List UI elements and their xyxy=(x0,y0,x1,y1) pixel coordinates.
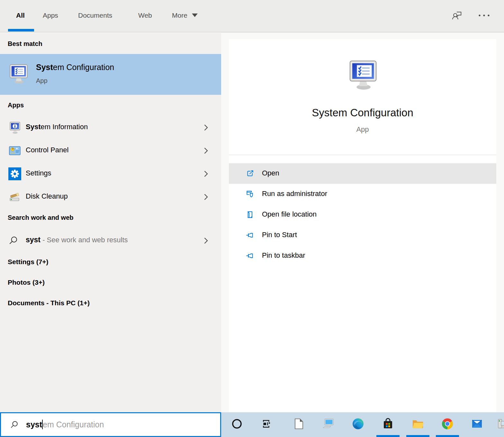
divider xyxy=(229,155,496,155)
result-label: Disk Cleanup xyxy=(26,192,68,201)
preview-panel: System Configuration App Open Run as adm… xyxy=(229,39,496,412)
result-label: syst - See work and web results xyxy=(26,236,128,244)
task-view-icon[interactable] xyxy=(260,417,273,430)
tab-more-label: More xyxy=(172,12,187,19)
active-tab-indicator xyxy=(8,29,34,31)
ellipsis-icon xyxy=(478,13,491,17)
taskbar xyxy=(221,412,504,437)
system-configuration-icon xyxy=(8,63,29,84)
tab-documents[interactable]: Documents xyxy=(78,12,112,19)
libreoffice-icon[interactable] xyxy=(292,417,305,430)
best-match-title: System Configuration xyxy=(36,63,114,72)
disk-cleanup-icon xyxy=(8,191,21,203)
search-results-panel: Best match System Configuration App Apps… xyxy=(0,33,221,412)
action-label: Open file location xyxy=(262,210,317,219)
chevron-right-icon[interactable] xyxy=(204,147,208,154)
result-disk-cleanup[interactable]: Disk Cleanup xyxy=(0,185,221,209)
tab-apps[interactable]: Apps xyxy=(43,12,58,19)
action-open-file-location[interactable]: Open file location xyxy=(229,204,496,225)
mail-icon[interactable] xyxy=(471,417,483,430)
search-work-web-header: Search work and web xyxy=(8,214,74,221)
file-explorer-icon[interactable] xyxy=(411,417,424,430)
tab-all[interactable]: All xyxy=(16,12,25,19)
best-match-result[interactable]: System Configuration App xyxy=(0,54,221,95)
feedback-icon xyxy=(451,9,463,22)
preview-type: App xyxy=(229,125,496,134)
action-label: Open xyxy=(262,169,279,177)
best-match-type: App xyxy=(36,77,48,85)
chevron-right-icon[interactable] xyxy=(204,170,208,177)
result-web-search[interactable]: syst - See work and web results xyxy=(0,229,221,252)
action-label: Pin to Start xyxy=(262,231,297,239)
chevron-right-icon[interactable] xyxy=(204,124,208,131)
options-button[interactable] xyxy=(477,8,491,22)
result-settings[interactable]: Settings xyxy=(0,162,221,185)
preview-title: System Configuration xyxy=(229,107,496,119)
search-input[interactable]: system Configuration xyxy=(0,412,221,437)
cortana-icon[interactable] xyxy=(230,417,243,430)
start-search-flyout: All Apps Documents Web More Best match S… xyxy=(0,0,504,437)
result-label: Settings xyxy=(26,169,51,177)
category-documents[interactable]: Documents - This PC (1+) xyxy=(8,299,90,307)
result-label: System Information xyxy=(26,123,88,131)
computer-icon[interactable] xyxy=(322,417,335,430)
system-configuration-icon xyxy=(346,58,379,91)
action-label: Run as administrator xyxy=(262,190,327,198)
action-label: Pin to taskbar xyxy=(262,251,305,260)
best-match-header: Best match xyxy=(8,40,42,48)
search-filter-tabs-bar: All Apps Documents Web More xyxy=(0,0,504,32)
search-input-text: system Configuration xyxy=(26,420,104,429)
category-settings[interactable]: Settings (7+) xyxy=(8,258,49,266)
running-indicator-store xyxy=(376,435,400,437)
category-photos[interactable]: Photos (3+) xyxy=(8,279,45,286)
system-information-icon xyxy=(8,121,21,134)
control-panel-icon xyxy=(8,144,21,157)
store-icon[interactable] xyxy=(382,417,394,430)
chevron-down-icon xyxy=(192,13,198,17)
result-system-information[interactable]: System Information xyxy=(0,116,221,139)
panel-divider xyxy=(221,33,229,412)
result-control-panel[interactable]: Control Panel xyxy=(0,139,221,162)
pin-icon xyxy=(245,230,255,240)
pin-icon xyxy=(245,251,255,261)
search-icon xyxy=(8,235,19,246)
system-tool-icon[interactable] xyxy=(495,417,504,430)
chevron-right-icon[interactable] xyxy=(204,237,208,244)
run-as-admin-icon xyxy=(245,189,255,199)
edge-icon[interactable] xyxy=(352,417,364,430)
feedback-button[interactable] xyxy=(450,8,464,22)
chrome-icon[interactable] xyxy=(441,417,454,430)
apps-section-header: Apps xyxy=(8,102,24,109)
running-indicator-file-explorer xyxy=(406,435,429,437)
open-icon xyxy=(245,168,255,179)
action-open[interactable]: Open xyxy=(229,163,496,184)
action-run-as-administrator[interactable]: Run as administrator xyxy=(229,184,496,204)
running-indicator-chrome xyxy=(436,435,459,437)
chevron-right-icon[interactable] xyxy=(204,193,208,201)
search-icon xyxy=(9,420,20,430)
action-pin-to-taskbar[interactable]: Pin to taskbar xyxy=(229,245,496,266)
settings-gear-icon xyxy=(8,167,21,180)
open-file-location-icon xyxy=(245,210,255,220)
tab-more[interactable]: More xyxy=(172,12,198,19)
result-label: Control Panel xyxy=(26,146,68,154)
action-pin-to-start[interactable]: Pin to Start xyxy=(229,225,496,245)
tab-web[interactable]: Web xyxy=(138,12,152,19)
